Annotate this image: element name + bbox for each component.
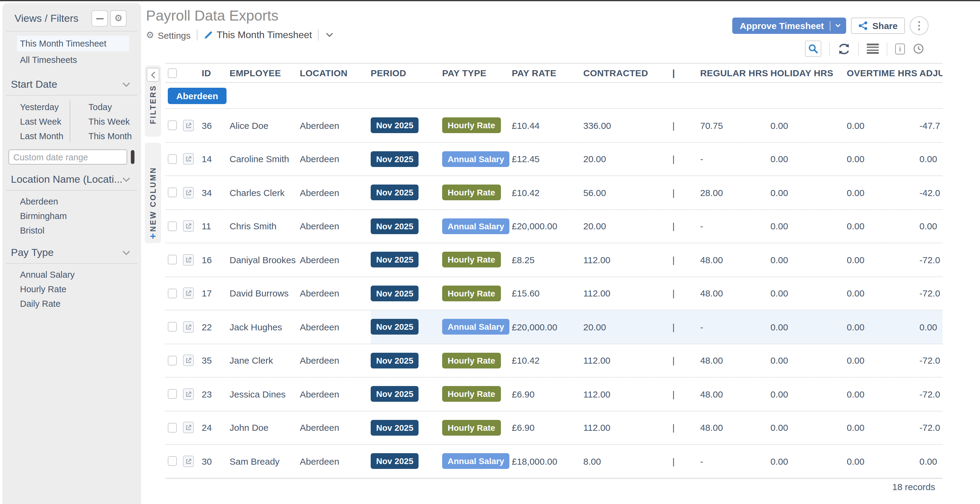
column-header-period[interactable]: PERIOD (371, 63, 442, 82)
row-checkbox[interactable] (168, 423, 177, 433)
column-header-holiday-hrs[interactable]: HOLIDAY HRS (770, 63, 847, 82)
refresh-button[interactable] (838, 43, 850, 55)
pay-type-badge: Annual Salary (442, 453, 510, 469)
row-checkbox-cell (165, 176, 183, 209)
period-badge: Nov 2025 (371, 353, 419, 368)
share-button[interactable]: Share (851, 17, 905, 34)
column-header-divider[interactable]: | (672, 63, 700, 82)
cell-id: 36 (202, 109, 229, 142)
column-header-location[interactable]: LOCATION (300, 63, 371, 82)
select-all-checkbox[interactable] (168, 68, 177, 78)
column-header-employee[interactable]: EMPLOYEE (229, 63, 300, 82)
row-checkbox[interactable] (168, 356, 177, 365)
view-item-all-timesheets[interactable]: All Timesheets (17, 52, 129, 68)
shortcut-this-week[interactable]: This Week (78, 114, 130, 129)
column-header-contracted[interactable]: CONTRACTED (583, 63, 672, 82)
column-header-id[interactable]: ID (202, 63, 229, 82)
row-checkbox-cell (165, 344, 183, 377)
cell-pay-type: Hourly Rate (442, 411, 512, 444)
pay-type-item-hourly-rate[interactable]: Hourly Rate (2, 282, 141, 296)
column-header-overtime-hrs[interactable]: OVERTIME HRS (847, 63, 920, 82)
start-date-section-header[interactable]: Start Date (6, 78, 137, 96)
approve-timesheet-button[interactable]: Approve Timesheet (733, 17, 846, 34)
pay-type-badge: Hourly Rate (442, 285, 501, 301)
row-checkbox[interactable] (168, 288, 177, 298)
search-button[interactable] (805, 41, 821, 57)
column-header-regular-hrs[interactable]: REGULAR HRS (700, 63, 770, 82)
custom-date-range-input[interactable] (8, 149, 127, 165)
info-icon[interactable]: i (895, 43, 905, 54)
minimize-button[interactable] (91, 10, 108, 27)
tab-new-column[interactable]: NEW COLUMN + (145, 143, 161, 243)
tab-filters[interactable]: FILTERS (145, 65, 161, 137)
chevron-down-icon (123, 177, 130, 182)
drag-handle[interactable] (131, 150, 134, 164)
open-record-button[interactable] (183, 355, 194, 366)
cell-contracted: 112.00 (583, 377, 672, 410)
open-record-button[interactable] (183, 388, 194, 400)
row-checkbox[interactable] (168, 222, 177, 231)
collapse-filters-button[interactable] (146, 68, 159, 82)
view-dropdown-button[interactable] (326, 33, 333, 38)
refresh-icon (838, 43, 850, 55)
column-header-adju[interactable]: ADJU (920, 63, 942, 82)
cell-pay-rate: £18,000.00 (512, 445, 583, 478)
current-view-name[interactable]: This Month Timesheet (216, 30, 312, 41)
view-item-this-month-timesheet[interactable]: This Month Timesheet (17, 36, 129, 51)
column-header-pay-rate[interactable]: PAY RATE (512, 63, 583, 82)
row-checkbox[interactable] (168, 322, 177, 332)
more-options-button[interactable] (910, 16, 929, 35)
shortcut-yesterday[interactable]: Yesterday (2, 100, 78, 114)
row-checkbox[interactable] (168, 188, 177, 198)
row-checkbox[interactable] (168, 154, 177, 164)
row-checkbox[interactable] (168, 121, 177, 130)
group-chip-aberdeen[interactable]: Aberdeen (168, 87, 226, 104)
open-record-button[interactable] (183, 288, 194, 299)
cell-holiday-hrs: 0.00 (770, 210, 847, 242)
cell-pay-type: Annual Salary (442, 210, 512, 242)
open-record-button[interactable] (183, 220, 194, 232)
period-badge: Nov 2025 (371, 118, 419, 133)
shortcut-last-month[interactable]: Last Month (2, 129, 78, 143)
pay-type-items: Annual Salary Hourly Rate Daily Rate (2, 264, 141, 311)
row-checkbox-cell (165, 210, 183, 242)
cell-employee: Jessica Dines (229, 377, 300, 410)
row-checkbox[interactable] (168, 389, 177, 399)
cell-regular-hrs: 48.00 (700, 411, 770, 444)
cell-pay-rate: £10.42 (512, 176, 583, 209)
row-height-button[interactable] (867, 44, 879, 54)
cell-adjustment: -42.0 (920, 176, 942, 209)
cell-divider: | (672, 311, 700, 343)
period-badge: Nov 2025 (371, 151, 419, 167)
pay-type-section-header[interactable]: Pay Type (6, 246, 137, 264)
open-record-button[interactable] (183, 120, 194, 131)
open-record-button[interactable] (183, 422, 194, 434)
pay-type-item-annual-salary[interactable]: Annual Salary (2, 268, 141, 282)
sidebar-settings-button[interactable]: ⚙ (110, 10, 127, 27)
location-item-bristol[interactable]: Bristol (2, 223, 141, 238)
history-button[interactable] (913, 43, 924, 54)
column-header-pay-type[interactable]: PAY TYPE (442, 63, 512, 82)
location-section-header[interactable]: Location Name (Locati... (6, 173, 137, 190)
period-badge: Nov 2025 (371, 319, 419, 335)
cell-adjustment: 0.00 (920, 210, 942, 242)
shortcut-last-week[interactable]: Last Week (2, 114, 78, 129)
views-filters-sidebar: Views / Filters ⚙ This Month Timesheet A… (2, 3, 141, 504)
row-checkbox[interactable] (168, 255, 177, 265)
open-record-button[interactable] (183, 154, 194, 165)
pay-type-item-daily-rate[interactable]: Daily Rate (2, 296, 141, 311)
shortcut-today[interactable]: Today (78, 100, 112, 114)
open-record-button[interactable] (183, 321, 194, 333)
cell-holiday-hrs: 0.00 (770, 176, 847, 209)
open-record-button[interactable] (183, 456, 194, 467)
row-open-cell (183, 311, 202, 343)
location-item-aberdeen[interactable]: Aberdeen (2, 194, 141, 209)
row-checkbox[interactable] (168, 456, 177, 466)
open-record-button[interactable] (183, 187, 194, 198)
approve-dropdown-toggle[interactable] (835, 24, 841, 28)
settings-link[interactable]: Settings (158, 30, 191, 40)
location-item-birmingham[interactable]: Birmingham (2, 209, 141, 223)
shortcut-this-month[interactable]: This Month (78, 129, 132, 143)
open-record-button[interactable] (183, 254, 194, 266)
cell-contracted: 20.00 (583, 143, 672, 176)
